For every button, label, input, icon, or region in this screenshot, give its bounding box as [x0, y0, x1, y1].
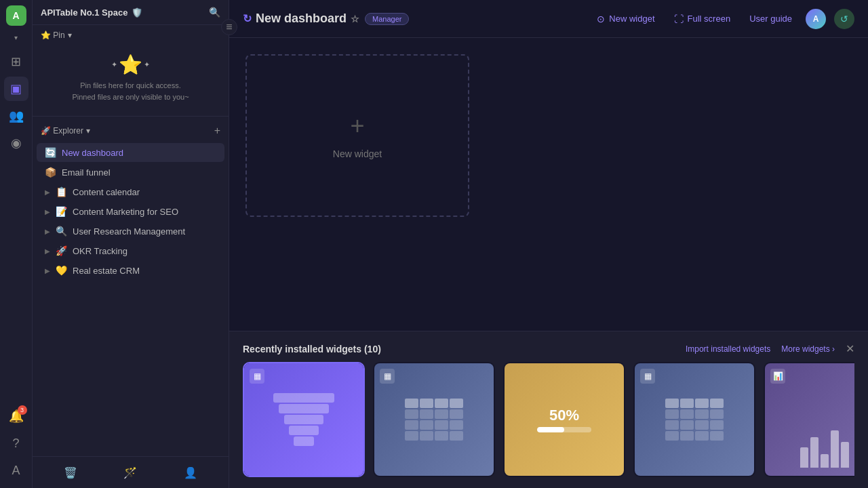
pin-hint-line1: Pin files here for quick access.	[41, 80, 220, 92]
expand-arrow-icon: ▶	[45, 247, 50, 255]
new-widget-placeholder[interactable]: + New widget	[245, 54, 469, 217]
recently-header: Recently installed widgets (10) Import i…	[243, 342, 854, 355]
explorer-add-icon[interactable]: +	[214, 125, 220, 137]
widget-card-pivot-table[interactable]: ▦ Pivot table From "Key results" Import	[373, 362, 495, 477]
sidebar-item-user-research[interactable]: ▶ 🔍 User Research Management	[37, 222, 224, 241]
estate-body: Estate From "Estate Properties" Import	[505, 476, 624, 477]
main-content: ↻ New dashboard ☆ Manager ⊙ New widget ⛶…	[229, 0, 868, 488]
pin-empty: ✦ ⭐ ✦ Pin files here for quick access. P…	[41, 45, 220, 110]
sidebar-item-okr-tracking[interactable]: ▶ 🚀 OKR Tracking	[37, 241, 224, 260]
search-icon[interactable]: 🔍	[209, 7, 220, 18]
okr-emoji: 🚀	[56, 245, 67, 256]
estate-bar	[537, 427, 591, 432]
dashboard-icon[interactable]: ▣	[4, 77, 28, 101]
refresh-icon: ↻	[243, 12, 252, 25]
sidebar-item-real-estate[interactable]: ▶ 💛 Real estate CRM	[37, 261, 224, 280]
collapse-panel-button[interactable]: ≡	[221, 19, 237, 35]
icon-sidebar: A ▾ ⊞ ▣ 👥 ◉ 🔔 3 ? A	[0, 0, 33, 488]
fullscreen-icon: ⛶	[674, 14, 684, 24]
expand-arrow-icon: ▶	[45, 188, 50, 196]
pivot-grid	[405, 399, 463, 441]
properties-thumbnail: 📊	[765, 363, 854, 476]
user-avatar[interactable]: A	[6, 5, 26, 26]
new-widget-label: New widget	[609, 14, 654, 24]
pivot-thumb-icon: ▦	[380, 369, 395, 384]
estate-bar-fill	[537, 427, 564, 432]
trash-icon[interactable]: 🗑️	[60, 462, 81, 483]
dashboard-emoji: 🔄	[45, 147, 56, 158]
explorer-chevron-icon: ▾	[86, 126, 90, 136]
props-thumb-icon: 📊	[770, 369, 785, 384]
pivot-grid-2	[665, 399, 724, 441]
users-icon[interactable]: 👥	[4, 104, 28, 128]
user-guide-button[interactable]: User guide	[744, 11, 797, 26]
funnel-chart-body: Funnel Chart From "Email funnel" Import	[244, 476, 363, 477]
widget-card-properties[interactable]: 📊 Properties From "Estate Propert" Impor…	[764, 362, 854, 477]
content-marketing-emoji: 📝	[56, 206, 67, 217]
topbar-left: ↻ New dashboard ☆ Manager	[243, 12, 409, 26]
dashboard-title: New dashboard	[256, 12, 347, 26]
sidebar-item-content-calendar[interactable]: ▶ 📋 Content calendar	[37, 182, 224, 201]
pivot-table-2-body: Pivot Table From "Estate Properties" Imp…	[635, 476, 754, 477]
compass-icon[interactable]: ◉	[4, 131, 28, 155]
fullscreen-button[interactable]: ⛶ Full screen	[669, 11, 736, 27]
left-panel-footer: 🗑️ 🪄 👤	[33, 456, 229, 488]
left-panel: APITable No.1 Space 🛡️ 🔍 ⭐ Pin ▾ ✦ ⭐ ✦ P…	[33, 0, 229, 488]
close-panel-icon[interactable]: ✕	[846, 342, 854, 355]
sidebar-item-label: Email funnel	[62, 167, 216, 178]
expand-arrow-icon: ▶	[45, 228, 50, 235]
sidebar-item-label: OKR Tracking	[73, 246, 216, 256]
explorer-section: 🚀 Explorer ▾ + 🔄 New dashboard 📦 Email f…	[33, 117, 229, 456]
recently-actions: Import installed widgets More widgets › …	[686, 342, 854, 355]
placeholder-label: New widget	[333, 148, 382, 159]
pin-label-text: ⭐ Pin	[41, 30, 65, 40]
widget-card-estate[interactable]: 50% Estate From "Estate Properties" Impo…	[503, 362, 625, 477]
new-widget-button[interactable]: ⊙ New widget	[591, 11, 660, 27]
pivot-table-2-thumbnail: ▦	[635, 363, 754, 476]
fullscreen-label: Full screen	[688, 14, 731, 24]
space-emoji: 🛡️	[132, 7, 142, 18]
funnel-shape	[270, 393, 338, 446]
sidebar-item-label: User Research Management	[73, 226, 216, 237]
properties-body: Properties From "Estate Propert" Import	[765, 476, 854, 477]
favorite-star-icon[interactable]: ☆	[351, 14, 359, 24]
add-member-icon[interactable]: 👤	[180, 462, 201, 483]
user-guide-label: User guide	[749, 14, 792, 24]
chevron-down-icon[interactable]: ▾	[14, 34, 18, 41]
expand-arrow-icon: ▶	[45, 208, 50, 216]
pin-label[interactable]: ⭐ Pin ▾	[41, 30, 220, 40]
brand-icon[interactable]: A	[4, 458, 28, 483]
sidebar-item-content-marketing[interactable]: ▶ 📝 Content Marketing for SEO	[37, 202, 224, 221]
page-title: ↻ New dashboard ☆	[243, 12, 359, 26]
notification-icon[interactable]: 🔔 3	[4, 404, 28, 428]
help-icon[interactable]: ?	[4, 431, 28, 455]
funnel-thumb-icon: ▦	[250, 369, 264, 384]
funnel-chart-thumbnail: ▦	[244, 363, 363, 476]
template-icon[interactable]: 🪄	[120, 462, 140, 483]
dashboard-area: + New widget	[229, 38, 868, 331]
pin-section: ⭐ Pin ▾ ✦ ⭐ ✦ Pin files here for quick a…	[33, 25, 229, 117]
sidebar-item-label: Content calendar	[73, 187, 216, 197]
recently-panel: Recently installed widgets (10) Import i…	[229, 331, 868, 488]
star-decoration: ✦ ⭐ ✦	[41, 54, 220, 76]
sidebar-item-label: Content Marketing for SEO	[73, 207, 216, 217]
sidebar-item-new-dashboard[interactable]: 🔄 New dashboard	[37, 143, 224, 162]
more-widgets-link[interactable]: More widgets ›	[781, 344, 835, 354]
space-title[interactable]: APITable No.1 Space 🛡️	[41, 7, 142, 18]
real-estate-emoji: 💛	[56, 265, 67, 276]
pivot2-thumb-icon: ▦	[640, 369, 655, 384]
pin-hint-line2: Pinned files are only visible to you~	[41, 92, 220, 103]
sync-button[interactable]: ↺	[834, 9, 854, 29]
widget-card-pivot-table-2[interactable]: ▦ Pivot Table From "Estate Properties" I…	[633, 362, 755, 477]
grid-icon[interactable]: ⊞	[4, 49, 28, 74]
explorer-label[interactable]: 🚀 Explorer ▾	[41, 126, 90, 136]
sidebar-item-email-funnel[interactable]: 📦 Email funnel	[37, 163, 224, 182]
email-funnel-emoji: 📦	[45, 167, 56, 178]
widget-card-funnel-chart[interactable]: ▦ Funnel Chart From "Email funnel" Impor…	[243, 362, 365, 477]
pivot-table-body: Pivot table From "Key results" Import	[374, 476, 494, 477]
topbar-user-avatar[interactable]: A	[806, 9, 826, 29]
topbar-right: ⊙ New widget ⛶ Full screen User guide A …	[591, 9, 854, 29]
import-installed-link[interactable]: Import installed widgets	[686, 344, 770, 354]
manager-badge: Manager	[365, 13, 409, 25]
estate-percent: 50%	[549, 407, 579, 424]
